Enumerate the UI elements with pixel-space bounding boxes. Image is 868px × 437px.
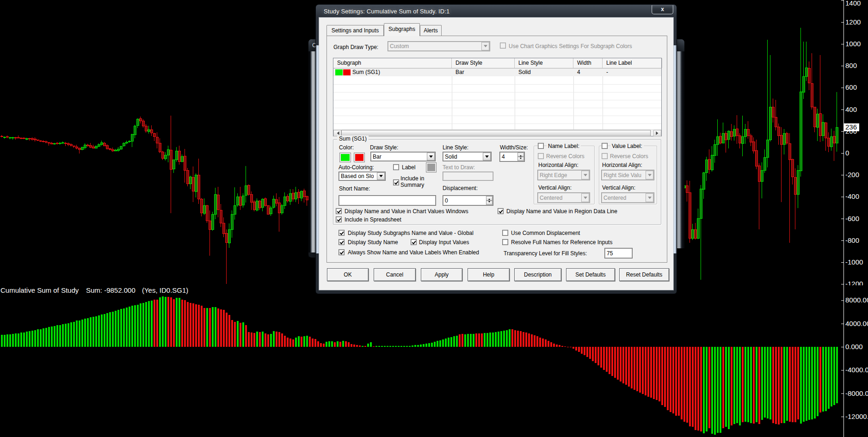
column-header-subgraph[interactable]: Subgraph xyxy=(333,58,452,68)
histogram-bar xyxy=(495,332,497,347)
dropdown-arrow-icon[interactable] xyxy=(377,172,385,180)
display-region-data-checkbox[interactable] xyxy=(498,208,504,214)
draw-style-combo[interactable]: Bar xyxy=(370,152,436,161)
histogram-bar xyxy=(142,303,144,347)
close-button[interactable]: x xyxy=(652,5,673,14)
scrollbar-thumb[interactable] xyxy=(341,130,651,136)
dropdown-arrow-icon[interactable] xyxy=(646,171,653,179)
display-study-name-checkbox[interactable] xyxy=(339,239,345,245)
spin-down-icon[interactable] xyxy=(517,157,524,161)
help-button[interactable]: Help xyxy=(468,268,510,281)
spinner-buttons[interactable] xyxy=(486,196,492,205)
always-show-labels-checkbox[interactable] xyxy=(339,249,345,255)
resolve-full-names-checkbox[interactable] xyxy=(502,239,508,245)
cancel-button[interactable]: Cancel xyxy=(374,268,416,281)
histogram-bar xyxy=(506,330,508,347)
table-row[interactable]: Sum (SG1)BarSolid4- xyxy=(333,68,661,76)
table-horizontal-scrollbar[interactable] xyxy=(333,129,661,136)
include-spreadsheet-checkbox[interactable] xyxy=(336,216,342,222)
apply-button[interactable]: Apply xyxy=(421,268,462,281)
use-common-displacement-label: Use Common Displacement xyxy=(511,230,580,236)
column-header-line-style[interactable]: Line Style xyxy=(515,58,573,68)
display-input-values-checkbox[interactable] xyxy=(411,239,417,245)
up-color-swatch[interactable] xyxy=(339,153,351,162)
column-header-draw-style[interactable]: Draw Style xyxy=(452,58,515,68)
axis-element xyxy=(841,417,843,417)
histogram-bar xyxy=(803,347,805,422)
histogram-bar xyxy=(772,347,774,423)
tab-alerts[interactable]: Alerts xyxy=(420,25,442,36)
use-common-displacement-checkbox[interactable] xyxy=(502,230,508,236)
candle-element xyxy=(278,203,280,213)
row-divider xyxy=(333,108,661,108)
histogram-bar xyxy=(531,334,533,347)
axis-element xyxy=(841,394,843,394)
transparency-label: Transparency Level for Fill Styles: xyxy=(504,250,587,257)
column-header-width[interactable]: Width xyxy=(573,58,603,68)
candle-element xyxy=(48,143,50,143)
scroll-right-icon[interactable] xyxy=(653,130,661,136)
short-name-field[interactable] xyxy=(339,195,436,206)
value-horizontal-align-combo[interactable]: Right Side Valu xyxy=(601,170,654,180)
candle-element xyxy=(67,143,69,145)
label-color-swatch[interactable] xyxy=(426,162,437,172)
text-to-draw-field[interactable] xyxy=(443,172,493,181)
spin-down-icon[interactable] xyxy=(486,201,492,205)
histogram-bar xyxy=(362,346,363,347)
dropdown-arrow-icon[interactable] xyxy=(427,153,435,160)
dialog-titlebar[interactable]: Study Settings: Cumulative Sum of Study.… xyxy=(316,5,677,18)
histogram-bar xyxy=(484,333,486,347)
dropdown-arrow-icon[interactable] xyxy=(646,193,653,202)
tab-settings-and-inputs[interactable]: Settings and Inputs xyxy=(326,25,384,36)
auto-coloring-combo[interactable]: Based on Slo xyxy=(339,172,386,181)
name-horizontal-align-combo[interactable]: Right Edge xyxy=(537,170,590,180)
candle-element xyxy=(267,206,269,215)
histogram-bar xyxy=(467,334,469,347)
down-color-swatch[interactable] xyxy=(354,153,365,162)
ok-button[interactable]: OK xyxy=(327,268,369,281)
value-vertical-align-combo[interactable]: Centered xyxy=(601,192,654,203)
spinner-buttons[interactable] xyxy=(517,153,524,161)
use-chart-graphics-checkbox[interactable] xyxy=(500,43,506,49)
spin-up-icon[interactable] xyxy=(486,196,492,201)
reset-defaults-button[interactable]: Reset Defaults xyxy=(619,268,669,281)
value-reverse-colors-checkbox[interactable] xyxy=(602,153,608,159)
label-checkbox[interactable] xyxy=(393,164,399,170)
candle-element xyxy=(275,199,277,203)
histogram-bar xyxy=(456,336,458,347)
include-in-summary-checkbox[interactable] xyxy=(393,179,399,185)
transparency-field[interactable]: 75 xyxy=(604,248,633,259)
set-defaults-button[interactable]: Set Defaults xyxy=(566,268,615,281)
name-vertical-align-combo[interactable]: Centered xyxy=(537,192,590,203)
row-divider xyxy=(333,123,661,124)
histogram-bar xyxy=(778,347,780,425)
subgraphs-table[interactable]: SubgraphDraw StyleLine StyleWidthLine La… xyxy=(333,58,662,136)
name-reverse-colors-checkbox[interactable] xyxy=(538,153,544,159)
displacement-spinner[interactable]: 0 xyxy=(443,195,493,206)
candle-element xyxy=(134,126,136,135)
candle-element xyxy=(234,205,236,215)
line-style-combo[interactable]: Solid xyxy=(443,152,492,161)
column-header-line-label[interactable]: Line Label xyxy=(603,58,662,68)
histogram-bar xyxy=(708,347,710,428)
value-label-checkbox[interactable] xyxy=(602,143,608,149)
description-button[interactable]: Description xyxy=(514,268,561,281)
histogram-bar xyxy=(434,342,436,347)
spin-up-icon[interactable] xyxy=(517,153,524,157)
histogram-bar xyxy=(425,344,427,347)
histogram-bar xyxy=(745,347,746,422)
graph-draw-type-combo[interactable]: Custom xyxy=(388,41,490,51)
dropdown-arrow-icon[interactable] xyxy=(483,153,491,160)
display-subgraphs-global-checkbox[interactable] xyxy=(339,230,345,236)
dropdown-arrow-icon[interactable] xyxy=(581,193,589,202)
dropdown-arrow-icon[interactable] xyxy=(581,171,589,179)
name-label-checkbox[interactable] xyxy=(538,143,544,149)
candle-element xyxy=(289,193,291,201)
graph-draw-type-label: Graph Draw Type: xyxy=(333,44,378,50)
display-chart-values-checkbox[interactable] xyxy=(336,208,342,214)
tab-subgraphs[interactable]: Subgraphs xyxy=(384,23,420,36)
width-size-spinner[interactable]: 4 xyxy=(499,152,525,162)
dropdown-arrow-icon[interactable] xyxy=(481,42,489,50)
candle-element xyxy=(123,143,125,146)
histogram-bar xyxy=(59,325,61,347)
